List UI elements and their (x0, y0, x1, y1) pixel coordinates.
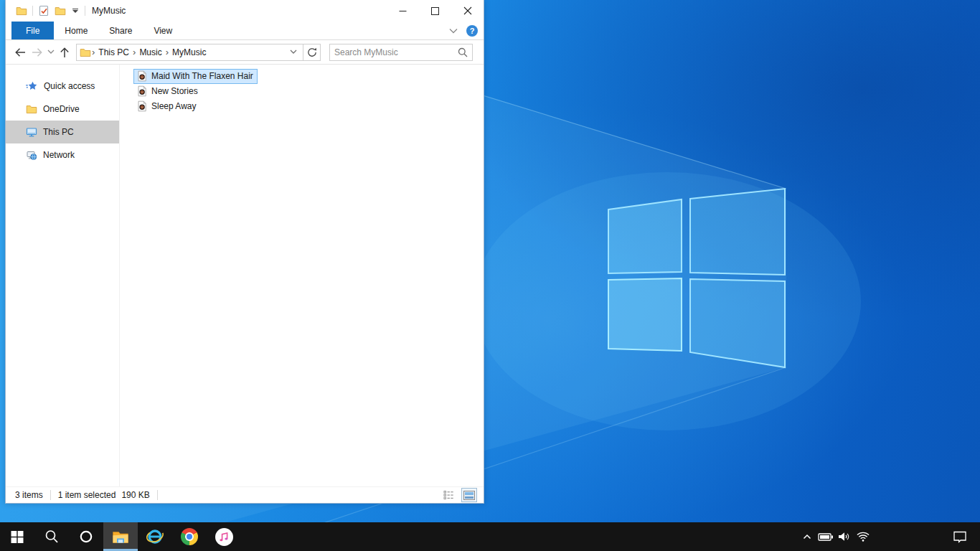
file-explorer-folder-icon (111, 528, 130, 545)
address-bar[interactable]: › This PC › Music › MyMusic (76, 44, 303, 61)
volume-tray-button[interactable] (835, 522, 854, 551)
sidebar-item-label: This PC (43, 127, 74, 137)
this-pc-monitor-icon (26, 126, 37, 138)
internet-explorer-button[interactable] (138, 522, 172, 551)
sidebar-item-this-pc[interactable]: This PC (6, 121, 119, 143)
network-icon (26, 149, 37, 161)
battery-icon (817, 528, 834, 545)
sidebar-item-label: Network (43, 150, 75, 160)
cortana-ring-icon (78, 529, 94, 545)
search-icon[interactable] (458, 47, 468, 57)
forward-button[interactable] (29, 44, 46, 61)
file-name: Maid With The Flaxen Hair (151, 71, 253, 81)
magnifier-icon (44, 529, 60, 545)
details-view-button[interactable] (441, 489, 456, 501)
address-dropdown-chevron-icon[interactable] (287, 50, 300, 55)
file-explorer-taskbar-button[interactable] (103, 522, 138, 551)
titlebar-separator (85, 6, 85, 16)
itunes-button[interactable] (207, 522, 241, 551)
tab-file[interactable]: File (11, 22, 54, 39)
properties-icon (38, 5, 50, 17)
file-item-sleep-away[interactable]: Sleep Away (133, 99, 201, 114)
address-folder-icon (80, 47, 91, 58)
customize-chevron-icon (72, 10, 78, 13)
close-button[interactable] (451, 0, 484, 22)
sidebar-item-network[interactable]: Network (6, 143, 119, 166)
sidebar-item-quick-access[interactable]: Quick access (6, 75, 119, 98)
chrome-icon (181, 528, 198, 545)
internet-explorer-icon (146, 527, 164, 546)
up-arrow-icon (59, 47, 70, 58)
refresh-icon (307, 47, 317, 57)
windows-logo-icon (9, 529, 25, 545)
breadcrumb-this-pc[interactable]: This PC (95, 47, 132, 57)
tab-view[interactable]: View (143, 22, 183, 39)
action-center-button[interactable] (944, 522, 976, 551)
sidebar-item-label: Quick access (44, 81, 95, 91)
breadcrumb-mymusic[interactable]: MyMusic (169, 47, 209, 57)
maximize-icon (431, 7, 439, 15)
refresh-button[interactable] (303, 44, 321, 61)
details-view-icon (443, 490, 454, 500)
window-controls (387, 0, 484, 22)
tab-share[interactable]: Share (98, 22, 143, 39)
battery-tray-button[interactable] (816, 522, 835, 551)
start-button[interactable] (0, 522, 34, 551)
items-count: 3 items (15, 490, 43, 500)
customize-chevron-bar (72, 9, 78, 9)
cortana-button[interactable] (69, 522, 103, 551)
up-button[interactable] (56, 44, 73, 61)
sidebar-item-onedrive[interactable]: OneDrive (6, 98, 119, 121)
itunes-note-icon (215, 528, 233, 546)
file-item-new-stories[interactable]: New Stories (133, 84, 202, 99)
forward-arrow-icon (32, 47, 43, 58)
file-list-view[interactable]: Maid With The Flaxen Hair New Stories Sl… (119, 65, 484, 486)
desktop: MyMusic File Home Sha (0, 0, 980, 551)
properties-quick-access-button[interactable] (38, 5, 50, 17)
large-thumbnails-view-button[interactable] (462, 489, 476, 501)
titlebar-separator (32, 6, 33, 16)
hidden-icons-chevron-icon (801, 531, 813, 542)
minimize-button[interactable] (387, 0, 419, 22)
action-center-icon (951, 528, 969, 545)
audio-file-icon (136, 85, 148, 97)
large-thumbnails-view-icon (463, 491, 475, 500)
statusbar-separator (50, 490, 51, 500)
window-title: MyMusic (92, 6, 126, 16)
explorer-window-folder-icon (16, 5, 27, 17)
recent-locations-button[interactable] (46, 44, 56, 61)
back-arrow-icon (14, 47, 26, 58)
search-box (329, 44, 473, 61)
back-button[interactable] (11, 44, 29, 61)
quick-access-toolbar: MyMusic (6, 0, 126, 22)
ribbon-tab-bar: File Home Share View ? (6, 22, 484, 40)
search-input[interactable] (334, 47, 458, 57)
selection-size: 190 KB (121, 490, 149, 500)
titlebar: MyMusic (6, 0, 484, 22)
file-explorer-window: MyMusic File Home Sha (5, 0, 484, 504)
maximize-button[interactable] (419, 0, 451, 22)
status-bar: 3 items 1 item selected 190 KB (6, 486, 484, 503)
taskbar-search-button[interactable] (34, 522, 69, 551)
audio-file-icon (136, 100, 148, 112)
quick-access-star-icon (26, 80, 38, 92)
show-hidden-icons-button[interactable] (798, 522, 816, 551)
help-button[interactable]: ? (466, 25, 478, 37)
customize-quick-access-toolbar-button[interactable] (71, 9, 80, 13)
wifi-icon (854, 528, 872, 545)
minimize-icon (399, 7, 407, 15)
file-item-maid-with-the-flaxen-hair[interactable]: Maid With The Flaxen Hair (133, 69, 258, 84)
taskbar (0, 522, 980, 551)
file-name: Sleep Away (151, 101, 197, 111)
expand-ribbon-chevron-icon[interactable] (449, 26, 458, 36)
new-folder-quick-access-button[interactable] (55, 5, 66, 17)
audio-file-icon (136, 70, 148, 82)
tab-home[interactable]: Home (54, 22, 98, 39)
new-folder-icon (55, 5, 66, 17)
breadcrumb-music[interactable]: Music (136, 47, 164, 57)
wifi-tray-button[interactable] (854, 522, 872, 551)
selection-info: 1 item selected (58, 490, 116, 500)
file-name: New Stories (151, 86, 198, 96)
sidebar-item-label: OneDrive (43, 104, 80, 114)
chrome-button[interactable] (172, 522, 207, 551)
